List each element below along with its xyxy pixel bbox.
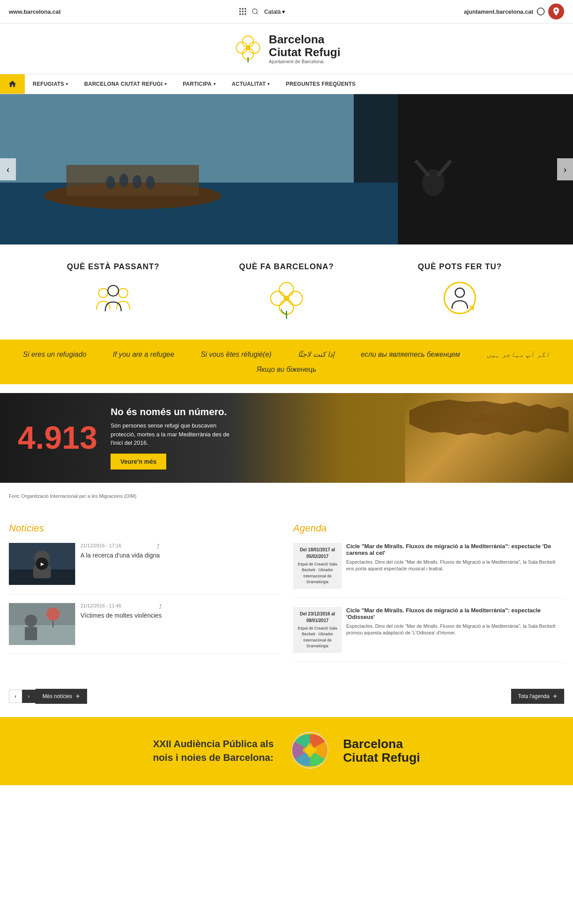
news-content-2: 21/12/2016 - 11:46 ⤴ Víctimes de moltes … [80,603,162,645]
svg-point-28 [284,296,290,302]
agenda-desc-1: Espectacles. Dins del cicle "Mar de Mira… [346,559,564,573]
agenda-title-1[interactable]: Cicle "Mar de Miralls. Fluxos de migraci… [346,543,564,556]
svg-point-34 [479,440,481,442]
flower-icon [269,280,304,322]
svg-point-23 [108,286,118,296]
svg-point-41 [25,615,37,627]
nav-item-preguntes[interactable]: PREGUNTES FREQÜENTS [278,74,364,94]
svg-rect-42 [25,627,37,640]
news-column: Notícies 21/12/2016 - 17:16 ⤴ A la recer… [9,523,280,671]
svg-rect-40 [9,625,75,645]
agenda-desc-2: Espectacles. Dins del cicle "Mar de Mira… [346,623,564,637]
page-prev-button[interactable]: ‹ [9,690,22,703]
agenda-footer: Tota l'agenda + [511,689,564,704]
chevron-down-icon: ▾ [282,8,285,15]
nav-item-refugiats[interactable]: REFUGIATS ▾ [25,74,76,94]
agenda-item-2: Del 23/12/2016 al 08/01/2017 Espai de Cr… [293,607,564,662]
top-bar-left-url[interactable]: www.barcelona.cat [9,8,61,15]
lang-label: Català [264,8,281,15]
svg-point-32 [492,436,495,439]
news-title-1[interactable]: A la recerca d'una vida digna [80,552,160,559]
chevron-down-icon: ▾ [66,82,68,86]
svg-point-50 [303,748,308,752]
stats-title: No és només un número. [111,406,234,418]
svg-point-31 [455,288,465,298]
brand-subtitle: Ajuntament de Barcelona [269,59,340,64]
brand-line1: Barcelona [269,33,325,46]
bottom-brand: Barcelona Ciutat Refugi [343,737,420,765]
people-icon [93,280,133,317]
logo-text: Barcelona Ciutat Refugi Ajuntament de Ba… [269,33,340,64]
page-next-button[interactable]: › [22,690,35,703]
news-date-1: 21/12/2016 - 17:16 [80,543,121,550]
refugee-banner[interactable]: Si eres un refugiado If you are a refuge… [0,340,573,384]
section-title-2: QUÈ FA BARCELONA? [239,262,334,271]
agenda-content-1: Cicle "Mar de Miralls. Fluxos de migraci… [346,543,564,589]
section-title-3: QUÈ POTS FER TU? [418,262,502,271]
news-footer: ‹ › Més notícies + Tota l'agenda + [0,684,573,708]
top-bar-right: ajuntament.barcelona.cat [464,4,564,19]
top-bar-center: Català ▾ [239,8,285,15]
news-title-2[interactable]: Víctimes de moltes violències [80,612,162,619]
share-icon-1[interactable]: ⤴ [157,543,160,550]
share-icon-2[interactable]: ⤴ [159,603,162,610]
news-thumbnail-2 [9,603,75,645]
chevron-down-icon: ▾ [214,82,216,86]
stats-source: Font: Organització Internacional per a l… [0,492,573,500]
search-icon[interactable] [252,8,259,15]
agenda-date-2: Del 23/12/2016 al 08/01/2017 Espai de Cr… [293,607,342,653]
main-nav: REFUGIATS ▾ BARCELONA CIUTAT REFUGI ▾ PA… [0,74,573,94]
hero-slider: ‹ › [0,94,573,244]
more-news-button[interactable]: Més notícies + [35,689,87,704]
lang-selector[interactable]: Català ▾ [264,8,285,15]
section-que-pots-fer-tu[interactable]: QUÈ POTS FER TU? [373,262,546,322]
three-sections: QUÈ ESTÀ PASSANT? QUÈ FA BARCELONA? [0,244,573,340]
svg-point-24 [279,283,294,297]
nav-item-barcelona[interactable]: BARCELONA CIUTAT REFUGI ▾ [76,74,175,94]
stats-map [405,393,573,483]
plus-icon: + [76,692,80,700]
grid-icon[interactable] [239,8,246,15]
svg-point-49 [307,752,312,757]
section-que-fa-barcelona[interactable]: QUÈ FA BARCELONA? [200,262,373,322]
brand-line2: Ciutat Refugi [269,46,340,59]
stats-container: 4.913 No és només un número. Són persone… [0,393,573,500]
svg-point-33 [506,441,508,443]
refugee-text-fr: Si vous êtes réfugié(e) [201,351,271,359]
hero-prev-button[interactable]: ‹ [0,158,16,180]
agenda-date-1: Del 18/01/2017 al 05/02/2017 Espai de Cr… [293,543,342,589]
logo-flower[interactable] [233,32,264,65]
news-thumbnail-1 [9,543,75,585]
svg-point-43 [46,607,60,621]
top-bar-right-url[interactable]: ajuntament.barcelona.cat [464,8,533,15]
nav-home-button[interactable] [0,74,25,94]
stats-button[interactable]: Veure'n més [111,454,166,470]
refugee-text-ar: إذا كنت لاجئًا [298,350,334,359]
red-circle-icon [548,4,564,19]
agenda-title-2[interactable]: Cicle "Mar de Miralls. Fluxos de migraci… [346,607,564,620]
bottom-banner[interactable]: XXII Audiència Pública als nois i noies … [0,717,573,785]
nav-item-actualitat[interactable]: ACTUALITAT ▾ [224,74,278,94]
svg-point-48 [312,748,317,752]
news-heading: Notícies [9,523,280,534]
svg-point-22 [118,288,128,298]
refugee-text-uk: Якщо ви біженець [257,366,317,374]
news-agenda: Notícies 21/12/2016 - 17:16 ⤴ A la recer… [0,509,573,684]
refugee-text-ru: если вы являетесь беженцем [361,351,460,359]
hero-next-button[interactable]: › [557,158,573,180]
more-agenda-button[interactable]: Tota l'agenda + [511,689,564,704]
nav-item-participa[interactable]: PARTICIPA ▾ [175,74,224,94]
refugee-text-ur: اگر آپ مہاجر ہیں [487,351,550,359]
agenda-content-2: Cicle "Mar de Miralls. Fluxos de migraci… [346,607,564,653]
section-que-esta-passant[interactable]: QUÈ ESTÀ PASSANT? [27,262,200,322]
play-button[interactable] [36,557,48,570]
bottom-logo-text: Barcelona Ciutat Refugi [343,737,420,765]
hero-image [0,94,573,244]
top-bar: www.barcelona.cat Català ▾ ajuntament.ba… [0,0,573,23]
bottom-banner-text: XXII Audiència Pública als nois i noies … [153,737,277,765]
refugee-text-es: Si eres un refugiado [23,351,86,359]
person-circle-icon [442,280,478,317]
bottom-logo-wheel [290,730,330,772]
stats-section: 4.913 No és només un número. Són persone… [0,393,573,483]
news-content-1: 21/12/2016 - 17:16 ⤴ A la recerca d'una … [80,543,160,585]
